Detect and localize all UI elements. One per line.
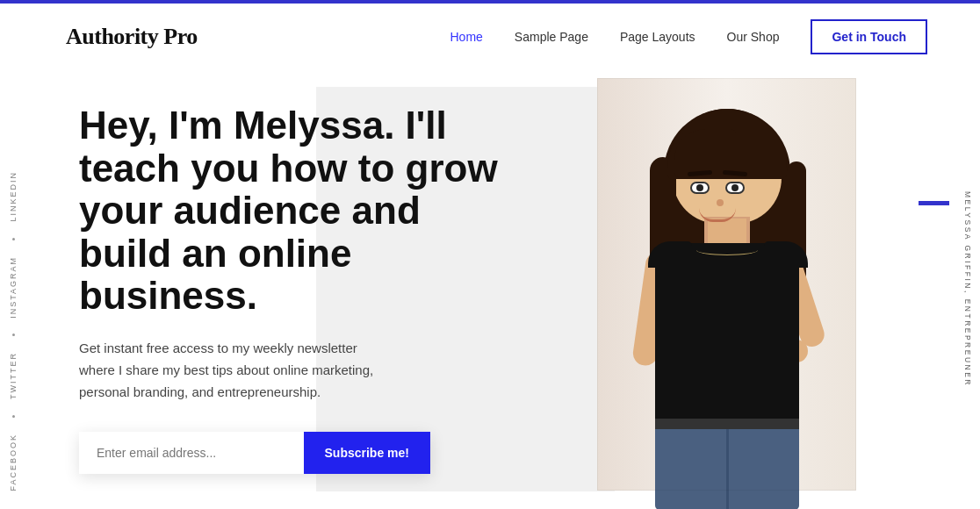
- hero-heading: Hey, I'm Melyssa. I'll teach you how to …: [79, 104, 518, 317]
- hero-left: Hey, I'm Melyssa. I'll teach you how to …: [0, 69, 580, 509]
- social-dot-2: [12, 333, 15, 336]
- social-sidebar: LinkedIn Instagram Twitter Facebook: [0, 69, 26, 509]
- main-nav: Home Sample Page Page Layouts Our Shop G…: [450, 19, 928, 54]
- social-facebook[interactable]: Facebook: [9, 434, 18, 491]
- hero-right: MELYSSA GRIFFIN, ENTREPREUNER: [580, 69, 980, 509]
- get-in-touch-button[interactable]: Get in Touch: [811, 19, 927, 54]
- accent-bar: [919, 201, 949, 205]
- nav-sample-page[interactable]: Sample Page: [515, 30, 588, 44]
- main-content: Hey, I'm Melyssa. I'll teach you how to …: [0, 69, 980, 509]
- photo-caption: MELYSSA GRIFFIN, ENTREPREUNER: [963, 191, 972, 387]
- nav-home[interactable]: Home: [450, 30, 483, 44]
- social-linkedin[interactable]: LinkedIn: [9, 171, 18, 222]
- subscribe-button[interactable]: Subscribe me!: [304, 432, 430, 474]
- person-image: [639, 104, 815, 491]
- nav-page-layouts[interactable]: Page Layouts: [620, 30, 695, 44]
- header: Authority Pro Home Sample Page Page Layo…: [0, 4, 980, 69]
- site-logo[interactable]: Authority Pro: [66, 24, 198, 50]
- photo-background: [597, 78, 856, 491]
- social-instagram[interactable]: Instagram: [9, 256, 18, 319]
- social-twitter[interactable]: Twitter: [9, 352, 18, 399]
- subscribe-form: Subscribe me!: [79, 432, 430, 474]
- nav-our-shop[interactable]: Our Shop: [727, 30, 780, 44]
- photo-caption-container: MELYSSA GRIFFIN, ENTREPREUNER: [955, 69, 980, 509]
- social-dot-1: [12, 238, 15, 240]
- email-input[interactable]: [79, 432, 304, 474]
- hero-subtext: Get instant free access to my weekly new…: [79, 338, 395, 403]
- social-dot-3: [12, 415, 15, 418]
